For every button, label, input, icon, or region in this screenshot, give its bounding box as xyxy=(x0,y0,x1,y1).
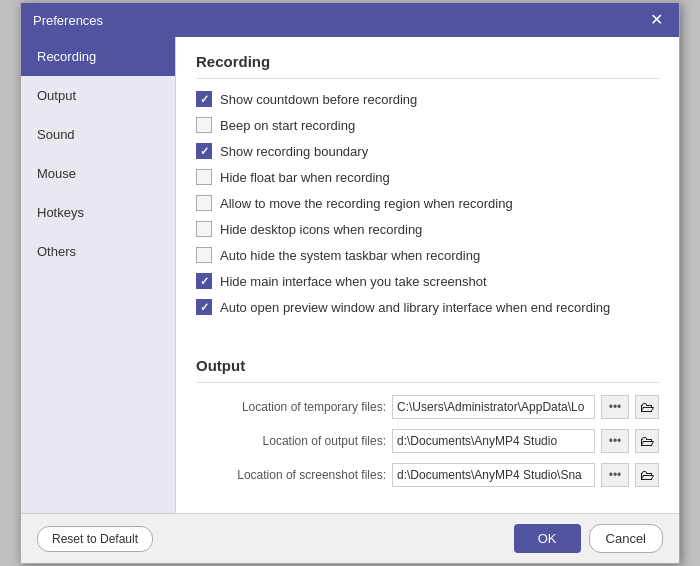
checkbox-label-float-bar: Hide float bar when recording xyxy=(220,170,390,185)
checkbox-taskbar[interactable] xyxy=(196,247,212,263)
checkbox-row-countdown: Show countdown before recording xyxy=(196,91,659,107)
footer-right: OK Cancel xyxy=(514,524,663,553)
folder-icon-screenshot: 🗁 xyxy=(640,467,654,483)
checkbox-row-float-bar: Hide float bar when recording xyxy=(196,169,659,185)
main-panel: Recording Show countdown before recordin… xyxy=(176,37,679,513)
checkbox-row-beep: Beep on start recording xyxy=(196,117,659,133)
dots-button-output[interactable]: ••• xyxy=(601,429,629,453)
checkbox-move-region[interactable] xyxy=(196,195,212,211)
output-label-output: Location of output files: xyxy=(196,434,386,448)
sidebar-item-others[interactable]: Others xyxy=(21,232,175,271)
dots-button-screenshot[interactable]: ••• xyxy=(601,463,629,487)
output-input-output[interactable] xyxy=(392,429,595,453)
recording-section: Recording Show countdown before recordin… xyxy=(176,37,679,341)
footer: Reset to Default OK Cancel xyxy=(21,513,679,563)
ok-button[interactable]: OK xyxy=(514,524,581,553)
checkbox-desktop-icons[interactable] xyxy=(196,221,212,237)
dialog-content: Recording Output Sound Mouse Hotkeys Oth… xyxy=(21,37,679,513)
recording-section-title: Recording xyxy=(196,53,659,79)
checkbox-row-desktop-icons: Hide desktop icons when recording xyxy=(196,221,659,237)
checkbox-label-taskbar: Auto hide the system taskbar when record… xyxy=(220,248,480,263)
checkbox-row-move-region: Allow to move the recording region when … xyxy=(196,195,659,211)
sidebar-item-output[interactable]: Output xyxy=(21,76,175,115)
checkbox-label-beep: Beep on start recording xyxy=(220,118,355,133)
folder-icon-output: 🗁 xyxy=(640,433,654,449)
checkbox-auto-open[interactable] xyxy=(196,299,212,315)
checkbox-float-bar[interactable] xyxy=(196,169,212,185)
output-label-temp: Location of temporary files: xyxy=(196,400,386,414)
folder-button-screenshot[interactable]: 🗁 xyxy=(635,463,659,487)
checkbox-label-boundary: Show recording boundary xyxy=(220,144,368,159)
close-button[interactable]: ✕ xyxy=(646,10,667,30)
folder-button-temp[interactable]: 🗁 xyxy=(635,395,659,419)
sidebar: Recording Output Sound Mouse Hotkeys Oth… xyxy=(21,37,176,513)
output-input-screenshot[interactable] xyxy=(392,463,595,487)
output-row-output: Location of output files: ••• 🗁 xyxy=(196,429,659,453)
dots-button-temp[interactable]: ••• xyxy=(601,395,629,419)
sidebar-item-hotkeys[interactable]: Hotkeys xyxy=(21,193,175,232)
checkbox-label-auto-open: Auto open preview window and library int… xyxy=(220,300,610,315)
checkbox-boundary[interactable] xyxy=(196,143,212,159)
title-bar: Preferences ✕ xyxy=(21,3,679,37)
sidebar-item-recording[interactable]: Recording xyxy=(21,37,175,76)
output-input-temp[interactable] xyxy=(392,395,595,419)
reset-button[interactable]: Reset to Default xyxy=(37,526,153,552)
cancel-button[interactable]: Cancel xyxy=(589,524,663,553)
checkbox-label-hide-main: Hide main interface when you take screen… xyxy=(220,274,487,289)
checkbox-label-move-region: Allow to move the recording region when … xyxy=(220,196,513,211)
output-section-title: Output xyxy=(196,357,659,383)
preferences-dialog: Preferences ✕ Recording Output Sound Mou… xyxy=(20,2,680,564)
checkbox-label-countdown: Show countdown before recording xyxy=(220,92,417,107)
checkbox-beep[interactable] xyxy=(196,117,212,133)
checkbox-row-boundary: Show recording boundary xyxy=(196,143,659,159)
output-label-screenshot: Location of screenshot files: xyxy=(196,468,386,482)
sidebar-item-sound[interactable]: Sound xyxy=(21,115,175,154)
checkbox-countdown[interactable] xyxy=(196,91,212,107)
dialog-title: Preferences xyxy=(33,13,103,28)
checkbox-hide-main[interactable] xyxy=(196,273,212,289)
output-section: Output Location of temporary files: ••• … xyxy=(176,341,679,513)
checkbox-row-auto-open: Auto open preview window and library int… xyxy=(196,299,659,315)
output-row-temp: Location of temporary files: ••• 🗁 xyxy=(196,395,659,419)
sidebar-item-mouse[interactable]: Mouse xyxy=(21,154,175,193)
checkbox-row-taskbar: Auto hide the system taskbar when record… xyxy=(196,247,659,263)
folder-icon-temp: 🗁 xyxy=(640,399,654,415)
checkbox-row-hide-main: Hide main interface when you take screen… xyxy=(196,273,659,289)
checkbox-label-desktop-icons: Hide desktop icons when recording xyxy=(220,222,422,237)
folder-button-output[interactable]: 🗁 xyxy=(635,429,659,453)
output-row-screenshot: Location of screenshot files: ••• 🗁 xyxy=(196,463,659,487)
